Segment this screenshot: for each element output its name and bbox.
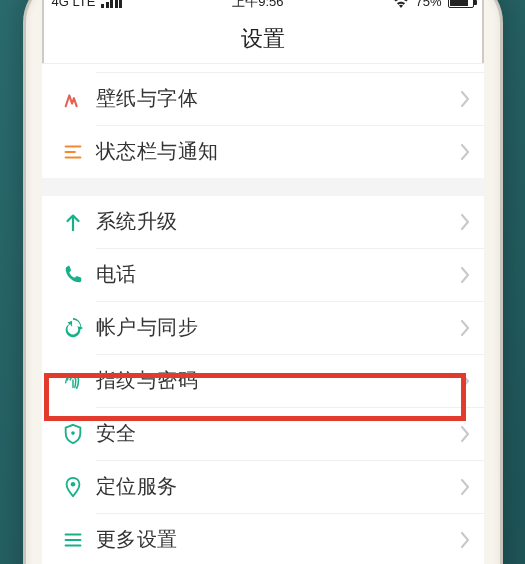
svg-point-2 <box>70 481 75 486</box>
row-security[interactable]: 安全 <box>42 408 484 460</box>
network-label: 4G LTE <box>52 0 96 9</box>
chevron-right-icon <box>460 373 470 389</box>
upgrade-icon <box>50 211 96 233</box>
chevron-right-icon <box>460 144 470 160</box>
wifi-icon <box>393 0 409 8</box>
phone-frame: 4G LTE 上午9:56 75% 设置 <box>23 0 503 564</box>
settings-group: 亮度 壁纸与字体 <box>42 64 484 178</box>
fingerprint-icon <box>50 370 96 392</box>
row-label: 定位服务 <box>96 473 460 500</box>
location-icon <box>50 476 96 498</box>
row-upgrade[interactable]: 系统升级 <box>42 196 484 248</box>
battery-pct: 75% <box>415 0 441 9</box>
screen: 4G LTE 上午9:56 75% 设置 <box>42 0 484 564</box>
security-icon <box>50 423 96 445</box>
more-icon <box>50 529 96 551</box>
row-wallpaper[interactable]: 壁纸与字体 <box>42 73 484 125</box>
svg-point-1 <box>71 431 75 435</box>
status-bar: 4G LTE 上午9:56 75% <box>42 0 484 16</box>
wallpaper-icon <box>50 88 96 110</box>
row-label: 系统升级 <box>96 208 460 235</box>
sync-icon <box>50 317 96 339</box>
chevron-right-icon <box>460 479 470 495</box>
page-title: 设置 <box>241 24 285 54</box>
chevron-right-icon <box>460 426 470 442</box>
row-fingerprint[interactable]: 指纹与密码 <box>42 355 484 407</box>
row-label: 指纹与密码 <box>96 367 460 394</box>
settings-group: 系统升级 电话 <box>42 196 484 565</box>
row-sync[interactable]: 帐户与同步 <box>42 302 484 354</box>
navbar: 设置 <box>42 16 484 64</box>
phone-icon <box>50 264 96 286</box>
row-label: 电话 <box>96 261 460 288</box>
chevron-right-icon <box>460 320 470 336</box>
battery-icon <box>448 0 474 8</box>
row-phone[interactable]: 电话 <box>42 249 484 301</box>
statusbar-icon <box>50 141 96 163</box>
row-location[interactable]: 定位服务 <box>42 461 484 513</box>
row-label: 状态栏与通知 <box>96 138 460 165</box>
row-statusbar[interactable]: 状态栏与通知 <box>42 126 484 178</box>
chevron-right-icon <box>460 91 470 107</box>
row-more[interactable]: 更多设置 <box>42 514 484 565</box>
chevron-right-icon <box>460 532 470 548</box>
chevron-right-icon <box>460 214 470 230</box>
row-label: 壁纸与字体 <box>96 85 460 112</box>
chevron-right-icon <box>460 267 470 283</box>
row-label: 安全 <box>96 420 460 447</box>
clock: 上午9:56 <box>232 0 283 11</box>
row-label: 更多设置 <box>96 526 460 553</box>
row-label: 帐户与同步 <box>96 314 460 341</box>
settings-list[interactable]: 亮度 壁纸与字体 <box>42 64 484 565</box>
signal-bars-icon <box>101 0 122 8</box>
row-brightness[interactable]: 亮度 <box>42 64 484 72</box>
